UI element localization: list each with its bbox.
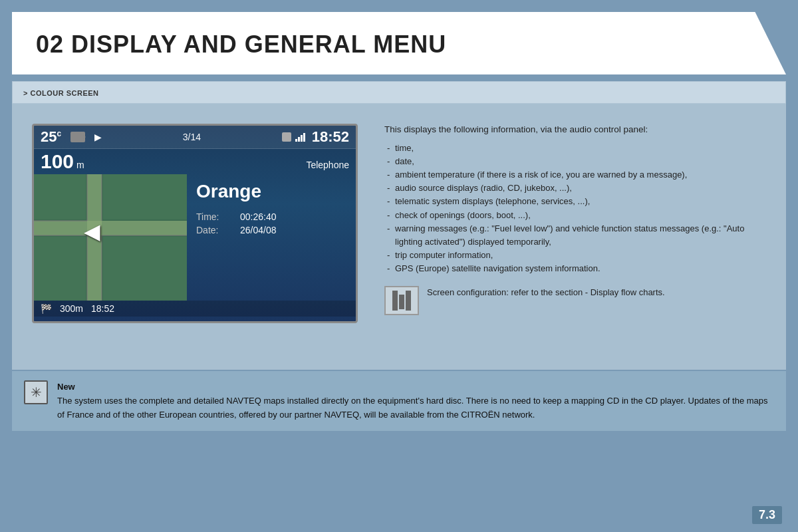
date-row: Date: 26/04/08 [196, 225, 346, 235]
svg-rect-10 [34, 174, 86, 219]
list-item: check of openings (doors, boot, ...), [384, 209, 766, 222]
camera-icon [70, 132, 85, 142]
list-item: ambient temperature (if there is a risk … [384, 168, 766, 182]
page-title: 02 DISPLAY AND GENERAL MENU [36, 31, 762, 59]
bottom-note-body: The system uses the complete and detaile… [57, 396, 768, 420]
distance-number: 100 [41, 150, 74, 173]
time-row: Time: 00:26:40 [196, 211, 346, 222]
list-item: warning messages (e.g.: "Fuel level low"… [384, 222, 766, 249]
date-label: Date: [196, 225, 229, 235]
bottom-bar: 🏁 300m 18:52 [34, 301, 356, 317]
status-bar: 25c ▶ 3/14 18:52 [34, 126, 356, 149]
config-bar-1 [392, 291, 398, 311]
svg-rect-12 [34, 237, 86, 301]
caller-name: Orange [196, 181, 346, 202]
signal-bar-3 [301, 135, 303, 142]
signal-bar-4 [303, 133, 305, 142]
track-info: 3/14 [183, 132, 201, 142]
sun-symbol: ✳ [31, 384, 42, 400]
list-item: time, [384, 142, 766, 155]
list-item: GPS (Europe) satellite navigation system… [384, 262, 766, 275]
main-content: 25c ▶ 3/14 18:52 [12, 104, 786, 370]
nav-arrow: ◀ [84, 219, 100, 244]
list-item: date, [384, 155, 766, 168]
bottom-time: 18:52 [91, 303, 114, 314]
right-info-intro: This displays the following information,… [384, 124, 766, 136]
list-item: telematic system displays (telephone, se… [384, 195, 766, 208]
config-icon [384, 286, 419, 315]
distance-row: 100 m Telephone [34, 149, 356, 174]
date-value: 26/04/08 [240, 225, 277, 235]
camera-icon-area [70, 132, 85, 142]
temperature-display: 25c [41, 128, 61, 146]
page-number: 7.3 [752, 506, 782, 524]
map-svg [34, 174, 187, 301]
signal-bars [295, 132, 305, 142]
telephone-label: Telephone [306, 160, 349, 170]
bottom-note-title: New [57, 382, 75, 392]
section-label: > COLOUR SCREEN [23, 89, 99, 97]
right-info: This displays the following information,… [378, 124, 766, 354]
svg-rect-11 [103, 174, 187, 219]
time-display: 18:52 [312, 128, 349, 146]
phone-icon [282, 132, 291, 142]
section-bar: > COLOUR SCREEN [12, 81, 786, 104]
screen-mockup: 25c ▶ 3/14 18:52 [32, 124, 358, 323]
map-area: ◀ [34, 174, 187, 301]
bottom-note-text: New The system uses the complete and det… [57, 380, 774, 422]
info-area: Orange Time: 00:26:40 Date: 26/04/08 [187, 174, 356, 301]
config-bar-3 [406, 291, 411, 311]
page-header: 02 DISPLAY AND GENERAL MENU [12, 12, 786, 74]
signal-bar-1 [295, 139, 297, 142]
config-bar-2 [399, 295, 404, 309]
signal-bar-2 [298, 137, 300, 142]
play-arrow: ▶ [94, 132, 102, 142]
finish-flag: 🏁 [41, 303, 52, 314]
map-info-row: ◀ Orange Time: 00:26:40 Date: 26/04/08 [34, 174, 356, 301]
time-label: Time: [196, 211, 229, 222]
svg-rect-13 [103, 237, 187, 301]
distance-unit: m [76, 160, 84, 170]
sun-icon: ✳ [24, 380, 48, 404]
bottom-distance: 300m [60, 303, 83, 314]
bottom-note: ✳ New The system uses the complete and d… [12, 370, 786, 431]
phone-signal-area [282, 132, 305, 142]
list-item: audio source displays (radio, CD, jukebo… [384, 182, 766, 195]
list-item: trip computer information, [384, 249, 766, 262]
right-info-list: time, date, ambient temperature (if ther… [384, 142, 766, 275]
screen-mockup-wrapper: 25c ▶ 3/14 18:52 [32, 124, 358, 354]
config-text: Screen configuration: refer to the secti… [427, 286, 665, 299]
screen-config-box: Screen configuration: refer to the secti… [384, 286, 766, 315]
svg-rect-1 [34, 221, 187, 235]
time-value: 00:26:40 [240, 211, 277, 222]
